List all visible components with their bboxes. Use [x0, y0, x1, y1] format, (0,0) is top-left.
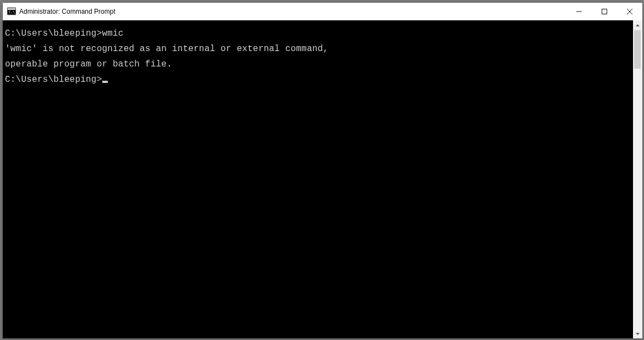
command-text: wmic	[102, 29, 123, 38]
svg-text:C:\: C:\	[9, 10, 15, 14]
window-title: Administrator: Command Prompt	[19, 8, 566, 15]
close-button[interactable]	[617, 3, 642, 20]
terminal-line: operable program or batch file.	[5, 57, 631, 72]
command-prompt-window: C:\ Administrator: Command Prompt C:\Use…	[2, 2, 643, 339]
minimize-button[interactable]	[566, 3, 592, 20]
vertical-scrollbar[interactable]	[633, 20, 642, 338]
svg-marker-7	[636, 24, 640, 26]
titlebar[interactable]: C:\ Administrator: Command Prompt	[3, 3, 642, 20]
cursor-icon	[102, 81, 108, 83]
client-area: C:\Users\bleeping>wmic'wmic' is not reco…	[3, 20, 642, 338]
terminal-output[interactable]: C:\Users\bleeping>wmic'wmic' is not reco…	[3, 20, 633, 338]
window-controls	[566, 3, 642, 20]
scrollbar-down-arrow-icon[interactable]	[633, 329, 642, 338]
terminal-line: C:\Users\bleeping>	[5, 72, 631, 87]
prompt-text: C:\Users\bleeping>	[5, 75, 102, 85]
output-text: 'wmic' is not recognized as an internal …	[5, 44, 328, 54]
output-text: operable program or batch file.	[5, 59, 172, 69]
terminal-line: 'wmic' is not recognized as an internal …	[5, 41, 631, 57]
cmd-icon: C:\	[7, 7, 16, 16]
scrollbar-thumb[interactable]	[634, 30, 641, 69]
prompt-text: C:\Users\bleeping>	[5, 29, 102, 38]
svg-marker-8	[636, 333, 640, 335]
svg-rect-4	[602, 9, 607, 14]
maximize-button[interactable]	[592, 3, 617, 20]
terminal-line: C:\Users\bleeping>wmic	[5, 26, 631, 41]
scrollbar-up-arrow-icon[interactable]	[633, 20, 642, 30]
